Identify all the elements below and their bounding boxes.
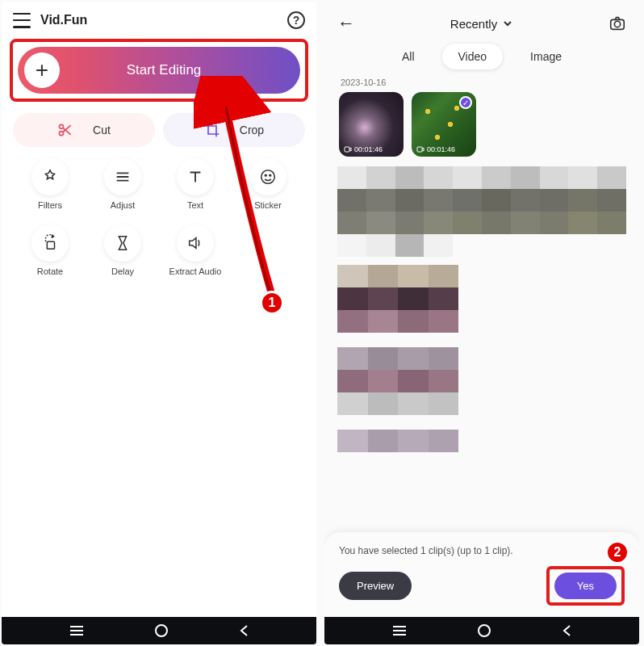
video-meta: 00:01:46	[416, 145, 455, 153]
tool-rotate[interactable]: Rotate	[16, 224, 84, 276]
tool-label: Text	[187, 200, 203, 210]
tool-adjust[interactable]: Adjust	[89, 158, 157, 210]
start-editing-highlight: + Start Editing	[10, 39, 308, 102]
tab-image[interactable]: Image	[514, 44, 578, 69]
svg-point-9	[261, 170, 275, 184]
app-header: Vid.Fun ?	[2, 2, 316, 36]
yes-button[interactable]: Yes	[554, 573, 617, 599]
system-navbar	[2, 617, 316, 644]
help-icon[interactable]: ?	[287, 11, 305, 29]
svg-point-24	[479, 625, 490, 636]
preview-button[interactable]: Preview	[339, 572, 412, 600]
delay-icon	[114, 234, 132, 252]
tool-label: Sticker	[254, 200, 282, 210]
nav-back-icon[interactable]	[238, 624, 249, 637]
video-icon	[416, 145, 424, 153]
scissors-icon	[57, 122, 73, 138]
tool-sticker[interactable]: Sticker	[234, 158, 302, 210]
selection-sheet: You have selected 1 clip(s) (up to 1 cli…	[324, 532, 639, 617]
tool-grid: Filters Adjust Text Sticker Rotate Delay…	[2, 158, 316, 276]
tool-text[interactable]: Text	[161, 158, 229, 210]
svg-rect-12	[47, 241, 54, 249]
svg-point-10	[265, 174, 266, 176]
cut-button[interactable]: Cut	[13, 113, 155, 147]
tool-label: Extract Audio	[169, 266, 222, 276]
camera-icon[interactable]	[608, 15, 626, 32]
tool-delay[interactable]: Delay	[89, 224, 157, 276]
tool-filters[interactable]: Filters	[16, 158, 84, 210]
svg-point-11	[270, 174, 271, 176]
blurred-content-2	[337, 265, 458, 452]
dropdown-label: Recently	[450, 17, 497, 31]
audio-icon	[186, 234, 204, 252]
nav-recents-icon[interactable]	[69, 624, 85, 637]
video-thumbs-row: 00:01:46 ✓ 00:01:46	[324, 92, 639, 166]
svg-point-0	[60, 124, 64, 128]
nav-recents-icon[interactable]	[391, 624, 408, 637]
blurred-content-1	[337, 166, 626, 257]
video-icon	[344, 145, 352, 153]
svg-rect-19	[345, 147, 349, 152]
video-meta: 00:01:46	[344, 145, 383, 153]
filters-icon	[41, 168, 59, 186]
tool-label: Delay	[111, 266, 134, 276]
album-dropdown[interactable]: Recently	[355, 17, 608, 31]
rotate-icon	[41, 234, 59, 252]
crop-label: Crop	[240, 124, 264, 136]
cut-label: Cut	[93, 124, 111, 136]
step-badge-1: 1	[260, 291, 284, 315]
media-tabs: All Video Image	[324, 44, 639, 69]
phone-screen-right: ← Recently All Video Image 2023-10-16 00…	[324, 2, 639, 644]
nav-back-icon[interactable]	[561, 624, 572, 637]
app-title: Vid.Fun	[40, 13, 278, 27]
chevron-down-icon	[502, 18, 513, 29]
nav-home-icon[interactable]	[477, 623, 491, 638]
step-badge-2: 2	[605, 540, 629, 564]
svg-point-1	[60, 132, 64, 136]
svg-point-18	[614, 21, 620, 27]
nav-home-icon[interactable]	[154, 623, 169, 638]
system-navbar	[324, 617, 639, 644]
phone-screen-left: Vid.Fun ? + Start Editing Cut Crop Filte…	[2, 2, 316, 644]
svg-point-16	[156, 625, 167, 636]
cut-crop-row: Cut Crop	[13, 113, 305, 147]
video-thumb[interactable]: 00:01:46	[339, 92, 404, 157]
hamburger-menu-icon[interactable]	[13, 13, 31, 28]
start-editing-label: Start Editing	[27, 62, 300, 78]
text-icon	[186, 168, 204, 186]
tool-extract-audio[interactable]: Extract Audio	[161, 224, 229, 276]
start-editing-button[interactable]: + Start Editing	[18, 47, 300, 94]
tab-video[interactable]: Video	[442, 44, 504, 69]
svg-rect-20	[417, 147, 422, 152]
crop-button[interactable]: Crop	[163, 113, 305, 147]
sticker-icon	[259, 168, 277, 186]
tool-label: Filters	[38, 200, 62, 210]
date-label: 2023-10-16	[341, 78, 639, 87]
video-thumb[interactable]: ✓ 00:01:46	[412, 92, 476, 157]
yes-highlight: Yes	[546, 566, 625, 606]
selection-text: You have selected 1 clip(s) (up to 1 cli…	[339, 545, 625, 556]
picker-header: ← Recently	[324, 2, 639, 40]
tool-label: Adjust	[111, 200, 136, 210]
tab-all[interactable]: All	[386, 44, 431, 69]
tool-label: Rotate	[37, 266, 63, 276]
back-icon[interactable]: ←	[337, 13, 355, 34]
adjust-icon	[114, 168, 132, 186]
crop-icon	[204, 122, 220, 138]
selected-check-icon: ✓	[459, 96, 472, 109]
